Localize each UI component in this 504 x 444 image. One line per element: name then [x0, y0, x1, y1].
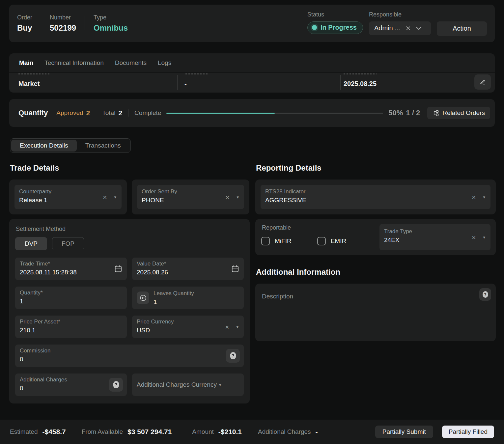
tab-logs[interactable]: Logs [158, 59, 171, 67]
clear-icon[interactable]: × [472, 234, 476, 241]
approved-value: 2 [86, 109, 90, 117]
help-button[interactable]: ? [109, 378, 123, 392]
help-button[interactable]: ? [479, 288, 491, 301]
quantity-progress-bar [166, 113, 383, 114]
header-actions: Status In Progress Responsible Admin ...… [307, 11, 487, 36]
divider [41, 16, 41, 31]
chevron-down-icon[interactable]: ▾ [483, 235, 485, 239]
settlement-method-options: DVP FOP [15, 237, 244, 250]
divider [96, 109, 96, 117]
price-per-asset-value: 210.1 [20, 327, 122, 334]
value-date-label: Value Date* [137, 261, 239, 267]
toggle-execution-details[interactable]: Execution Details [11, 140, 77, 152]
footer-additional-charges-value: - [316, 428, 318, 436]
order-number-stat: Number 502199 [50, 14, 76, 33]
chevron-down-icon[interactable] [416, 27, 422, 30]
total-label: Total [102, 109, 115, 117]
description-card: ? [255, 284, 496, 341]
divider [340, 75, 341, 90]
action-button[interactable]: Action [437, 21, 487, 36]
reporting-details-title: Reporting Details [256, 163, 496, 173]
settlement-dvp-button[interactable]: DVP [15, 237, 47, 250]
counterparty-label: Counterparty [19, 188, 117, 195]
responsible-select[interactable]: Admin ... [369, 21, 431, 35]
trade-type-value: 24EX [384, 236, 486, 244]
quantity-title: Quantity [18, 109, 48, 117]
quantity-progress-fill [166, 113, 275, 114]
commission-label: Commission [20, 347, 239, 354]
field-icons: × ▾ [225, 323, 238, 330]
mifir-checkbox[interactable] [261, 237, 270, 245]
tab-documents[interactable]: Documents [115, 59, 147, 67]
settlement-method-label: Settlement Method [16, 226, 244, 233]
counterparty-select[interactable]: Counterparty Release 1 × ▾ [14, 185, 122, 209]
clear-icon[interactable]: × [103, 194, 107, 201]
trade-type-select[interactable]: Trade Type 24EX × ▾ [379, 224, 490, 250]
related-orders-label: Related Orders [442, 109, 485, 117]
order-number-label: Number [50, 14, 76, 21]
value-date-field[interactable]: Value Date* 2025.08.26 [132, 258, 244, 280]
tab-technical-information[interactable]: Technical Information [44, 59, 104, 67]
summary-col2-value: - [184, 80, 187, 88]
quantity-label: Quantity* [20, 290, 122, 296]
view-toggle: Execution Details Transactions [10, 138, 131, 153]
tab-main[interactable]: Main [19, 59, 33, 67]
order-sent-by-card: Order Sent By PHONE × ▾ [132, 180, 249, 214]
emir-checkbox[interactable] [317, 237, 326, 245]
edit-button[interactable] [474, 74, 491, 90]
order-sent-by-select[interactable]: Order Sent By PHONE × ▾ [137, 185, 244, 209]
footer-additional-charges-label: Additional Charges [258, 428, 311, 435]
chevron-down-icon[interactable]: ▾ [237, 195, 239, 199]
price-currency-label: Price Currency [137, 319, 239, 325]
clear-icon[interactable]: × [225, 323, 229, 330]
additional-charges-currency-inner: Additional Charges Currency ▾ [137, 376, 239, 393]
partially-filled-button[interactable]: Partially Filled [442, 426, 494, 438]
trade-time-field[interactable]: Trade Time* 2025.08.11 15:28:38 [15, 258, 127, 280]
description-input[interactable] [261, 288, 465, 335]
clipped-label-remnant [344, 73, 377, 74]
additional-charges-value: 0 [20, 385, 122, 392]
partially-submit-button[interactable]: Partially Submit [375, 426, 433, 438]
approved-label: Approved [56, 109, 83, 117]
clipped-label-remnant [18, 73, 50, 74]
additional-charges-currency-select[interactable]: Additional Charges Currency ▾ [132, 374, 244, 396]
value-date-value: 2025.08.26 [137, 269, 239, 276]
divider [177, 75, 178, 90]
settlement-fop-button[interactable]: FOP [52, 237, 84, 250]
calendar-icon[interactable] [231, 264, 239, 273]
emir-check-group: EMIR [317, 237, 347, 245]
price-per-asset-label: Price Per Asset* [20, 319, 122, 325]
order-type-label: Type [94, 14, 128, 21]
chevron-down-icon[interactable]: ▾ [483, 195, 485, 199]
field-icons: × ▾ [225, 194, 239, 201]
price-currency-select[interactable]: Price Currency USD × ▾ [132, 316, 244, 338]
order-type-stat: Type Omnibus [94, 14, 128, 33]
chevron-down-icon[interactable]: ▾ [236, 325, 238, 329]
rts28-indicator-select[interactable]: RTS28 Indicator AGGRESSIVE × ▾ [261, 185, 490, 209]
leaves-quantity-value: 1 [154, 298, 194, 306]
clear-icon[interactable] [406, 26, 411, 31]
order-side-stat: Order Buy [17, 14, 32, 33]
clear-icon[interactable]: × [472, 194, 476, 201]
additional-charges-field[interactable]: Additional Charges 0 ? [15, 374, 127, 396]
leaves-quantity-label: Leaves Quantity [154, 290, 194, 297]
related-orders-button[interactable]: Related Orders [427, 107, 490, 119]
copy-back-button[interactable] [137, 291, 149, 304]
calendar-icon[interactable] [114, 264, 123, 273]
clipped-label-remnant [185, 73, 209, 74]
trade-fields-grid: Trade Time* 2025.08.11 15:28:38 Value Da… [15, 258, 244, 396]
toggle-transactions[interactable]: Transactions [77, 140, 129, 152]
chevron-down-icon[interactable]: ▾ [114, 195, 116, 199]
clear-icon[interactable]: × [225, 194, 229, 201]
from-available-value: $3 507 294.71 [127, 428, 172, 436]
trade-time-value: 2025.08.11 15:28:38 [20, 269, 122, 276]
quantity-field[interactable]: Quantity* 1 [15, 287, 127, 309]
order-header: Order Buy Number 502199 Type Omnibus Sta… [9, 5, 495, 42]
help-button[interactable]: ? [226, 349, 240, 363]
chevron-down-icon[interactable]: ▾ [219, 383, 221, 387]
trade-details-top-row: Counterparty Release 1 × ▾ Order Sent By… [9, 180, 250, 214]
order-footer: Estimated -$458.7 From Available $3 507 … [0, 420, 504, 444]
commission-field[interactable]: Commission 0 ? [15, 345, 244, 367]
status-dot-icon [312, 25, 317, 30]
price-per-asset-field[interactable]: Price Per Asset* 210.1 [15, 316, 127, 338]
